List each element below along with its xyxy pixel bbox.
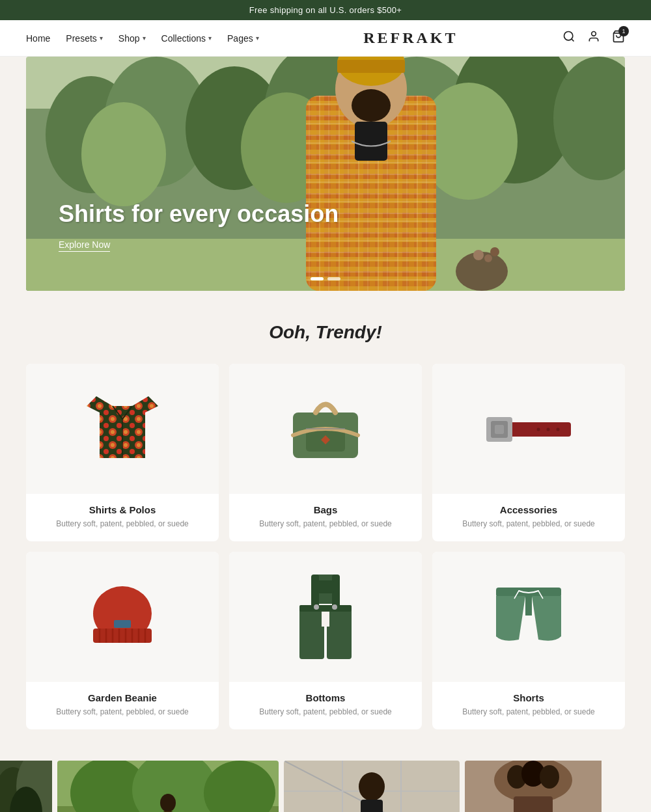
account-button[interactable]	[587, 30, 600, 46]
banner-text: Free shipping on all U.S. orders $500+	[249, 5, 402, 15]
svg-point-35	[490, 247, 499, 256]
svg-rect-72	[299, 605, 352, 612]
hero-dot-1[interactable]	[311, 277, 324, 280]
product-image-bags	[229, 364, 422, 494]
nav-pages[interactable]: Pages ▾	[227, 33, 259, 44]
svg-point-53	[547, 428, 550, 431]
product-desc-beanie: Buttery soft, patent, pebbled, or suede	[36, 707, 208, 716]
hero-content: Shirts for every occasion Explore Now	[59, 199, 339, 252]
product-desc-accessories: Buttery soft, patent, pebbled, or suede	[443, 519, 615, 528]
product-info-bottoms: Bottoms Buttery soft, patent, pebbled, o…	[229, 682, 422, 729]
shorts-illustration	[490, 584, 568, 649]
svg-point-75	[332, 604, 337, 610]
svg-rect-77	[525, 596, 532, 616]
site-logo[interactable]: REFRAKT	[363, 29, 458, 47]
nav-shop[interactable]: Shop ▾	[118, 33, 146, 44]
chevron-down-icon: ▾	[143, 34, 146, 42]
product-name-beanie: Garden Beanie	[36, 692, 208, 703]
hero-dots	[311, 277, 340, 280]
product-name-bags: Bags	[240, 504, 411, 515]
cart-count: 1	[618, 26, 629, 36]
product-desc-shirts: Buttery soft, patent, pebbled, or suede	[36, 519, 208, 528]
svg-rect-51	[495, 425, 504, 434]
svg-rect-101	[361, 800, 383, 812]
svg-point-100	[359, 772, 385, 801]
product-desc-bottoms: Buttery soft, patent, pebbled, or suede	[240, 707, 411, 716]
svg-point-74	[314, 604, 319, 610]
product-name-shirts: Shirts & Polos	[36, 504, 208, 515]
teaser-item-3[interactable]	[284, 761, 460, 812]
product-info-shirts: Shirts & Polos Buttery soft, patent, peb…	[26, 494, 219, 541]
product-name-shorts: Shorts	[443, 692, 615, 703]
overalls-illustration	[293, 571, 358, 662]
product-card-accessories[interactable]: Accessories Buttery soft, patent, pebble…	[432, 364, 625, 541]
nav-home[interactable]: Home	[26, 33, 50, 44]
hero-illustration	[26, 57, 625, 291]
trendy-section: Ooh, Trendy!	[0, 291, 651, 755]
cart-button[interactable]: 1	[612, 30, 625, 46]
nav-presets[interactable]: Presets ▾	[66, 33, 102, 44]
svg-point-21	[352, 89, 391, 122]
belt-illustration	[483, 409, 574, 448]
top-banner: Free shipping on all U.S. orders $500+	[0, 0, 651, 20]
product-info-shorts: Shorts Buttery soft, patent, pebbled, or…	[432, 682, 625, 729]
product-desc-shorts: Buttery soft, patent, pebbled, or suede	[443, 707, 615, 716]
product-card-shorts[interactable]: Shorts Buttery soft, patent, pebbled, or…	[432, 552, 625, 729]
hero-image-container: Shirts for every occasion Explore Now	[26, 57, 625, 291]
product-info-accessories: Accessories Buttery soft, patent, pebble…	[432, 494, 625, 541]
svg-point-1	[592, 32, 596, 36]
product-name-accessories: Accessories	[443, 504, 615, 515]
svg-rect-56	[93, 629, 152, 643]
product-card-beanie[interactable]: Garden Beanie Buttery soft, patent, pebb…	[26, 552, 219, 729]
product-grid-row2: Garden Beanie Buttery soft, patent, pebb…	[26, 552, 625, 729]
product-card-bottoms[interactable]: Bottoms Buttery soft, patent, pebbled, o…	[229, 552, 422, 729]
svg-rect-73	[317, 580, 334, 593]
svg-point-12	[81, 102, 166, 206]
hero-dot-2[interactable]	[327, 277, 340, 280]
svg-point-34	[484, 254, 492, 262]
bag-illustration	[283, 393, 368, 465]
section-title: Ooh, Trendy!	[26, 322, 625, 343]
header-actions: 1	[562, 30, 625, 46]
product-desc-bags: Buttery soft, patent, pebbled, or suede	[240, 519, 411, 528]
hero-section: Shirts for every occasion Explore Now	[0, 57, 651, 291]
svg-point-92	[160, 794, 176, 812]
svg-point-107	[540, 765, 559, 789]
teaser-section	[0, 761, 651, 812]
chevron-down-icon: ▾	[208, 34, 212, 42]
main-nav: Home Presets ▾ Shop ▾ Collections ▾ Page…	[26, 33, 259, 44]
svg-point-54	[557, 428, 560, 431]
header: Home Presets ▾ Shop ▾ Collections ▾ Page…	[0, 20, 651, 57]
product-image-accessories	[432, 364, 625, 494]
svg-point-52	[537, 428, 540, 431]
shirt-illustration	[80, 386, 165, 471]
chevron-down-icon: ▾	[100, 34, 103, 42]
svg-rect-65	[114, 620, 131, 628]
beanie-illustration	[87, 584, 158, 649]
svg-rect-22	[355, 122, 387, 161]
product-image-shorts	[432, 552, 625, 682]
svg-point-33	[473, 250, 484, 260]
product-info-beanie: Garden Beanie Buttery soft, patent, pebb…	[26, 682, 219, 729]
product-card-bags[interactable]: Bags Buttery soft, patent, pebbled, or s…	[229, 364, 422, 541]
svg-point-0	[564, 32, 573, 40]
product-card-shirts[interactable]: Shirts & Polos Buttery soft, patent, peb…	[26, 364, 219, 541]
product-name-bottoms: Bottoms	[240, 692, 411, 703]
nav-collections[interactable]: Collections ▾	[161, 33, 212, 44]
chevron-down-icon: ▾	[256, 34, 259, 42]
svg-rect-20	[337, 60, 405, 73]
product-image-bottoms	[229, 552, 422, 682]
search-button[interactable]	[562, 30, 575, 46]
svg-rect-69	[299, 607, 324, 659]
product-image-shirts	[26, 364, 219, 494]
product-grid-row1: Shirts & Polos Buttery soft, patent, peb…	[26, 364, 625, 541]
hero-cta-button[interactable]: Explore Now	[59, 239, 110, 252]
svg-rect-70	[327, 607, 352, 659]
teaser-item-1[interactable]	[0, 761, 52, 812]
teaser-item-4[interactable]	[465, 761, 602, 812]
svg-rect-104	[514, 796, 553, 812]
teaser-item-2[interactable]	[57, 761, 279, 812]
product-info-bags: Bags Buttery soft, patent, pebbled, or s…	[229, 494, 422, 541]
hero-title: Shirts for every occasion	[59, 199, 339, 228]
product-image-beanie	[26, 552, 219, 682]
